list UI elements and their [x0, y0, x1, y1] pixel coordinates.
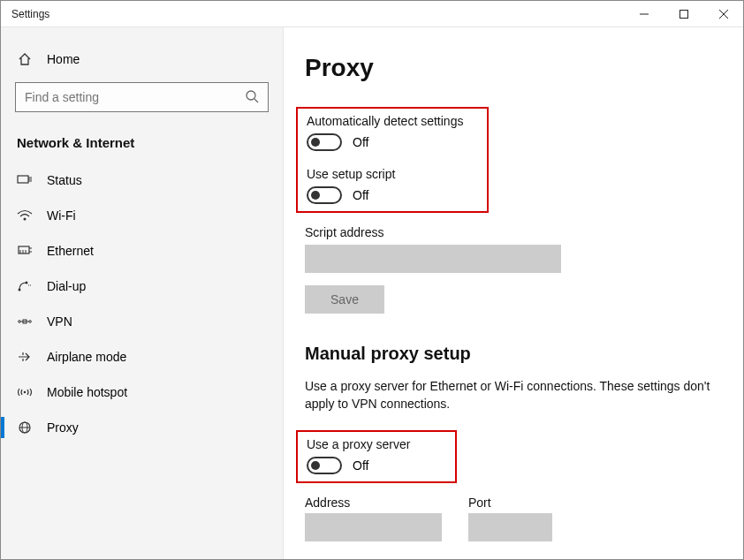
sidebar-item-hotspot[interactable]: Mobile hotspot — [1, 375, 283, 410]
sidebar: Home Network & Internet Status Wi-Fi E — [1, 27, 284, 559]
hotspot-icon — [17, 386, 33, 398]
sidebar-item-wifi[interactable]: Wi-Fi — [1, 198, 283, 233]
proxy-icon — [17, 421, 33, 434]
address-label: Address — [305, 496, 442, 510]
maximize-button[interactable] — [664, 1, 703, 26]
sidebar-item-proxy[interactable]: Proxy — [1, 410, 283, 445]
use-script-label: Use setup script — [307, 167, 478, 181]
vpn-icon — [17, 315, 33, 328]
search-input[interactable] — [25, 90, 245, 104]
svg-point-18 — [26, 282, 28, 284]
svg-point-20 — [19, 321, 21, 323]
script-address-label: Script address — [305, 225, 722, 239]
sidebar-item-home[interactable]: Home — [1, 45, 283, 73]
nav-label: Proxy — [47, 420, 79, 435]
nav-label: Mobile hotspot — [47, 385, 127, 399]
nav-label: VPN — [47, 314, 72, 329]
use-proxy-toggle[interactable] — [307, 457, 342, 474]
nav-label: Airplane mode — [47, 350, 126, 364]
svg-point-10 — [24, 218, 27, 221]
category-header: Network & Internet — [1, 128, 283, 163]
svg-rect-6 — [18, 176, 28, 183]
manual-heading: Manual proxy setup — [305, 344, 722, 364]
use-script-state: Off — [353, 188, 368, 202]
auto-detect-label: Automatically detect settings — [307, 114, 478, 128]
use-proxy-state: Off — [353, 458, 368, 473]
port-label: Port — [468, 496, 552, 510]
wifi-icon — [17, 209, 33, 222]
use-script-toggle[interactable] — [307, 186, 342, 204]
sidebar-item-status[interactable]: Status — [1, 163, 283, 198]
sidebar-item-airplane[interactable]: Airplane mode — [1, 339, 283, 375]
close-button[interactable] — [703, 1, 743, 26]
save-button[interactable]: Save — [305, 285, 384, 314]
nav-label: Status — [47, 173, 82, 187]
home-label: Home — [47, 52, 80, 66]
highlight-auto-section: Automatically detect settings Off Use se… — [296, 107, 489, 213]
port-input[interactable] — [468, 513, 552, 541]
sidebar-item-vpn[interactable]: VPN — [1, 304, 283, 339]
nav-label: Wi-Fi — [47, 208, 76, 223]
window-controls — [624, 1, 743, 26]
svg-point-4 — [247, 91, 255, 100]
search-icon — [245, 89, 259, 106]
home-icon — [17, 52, 33, 66]
svg-line-5 — [254, 99, 258, 102]
search-box[interactable] — [15, 82, 269, 112]
main-panel: Proxy Automatically detect settings Off … — [284, 27, 743, 559]
svg-point-24 — [24, 391, 27, 394]
sidebar-item-ethernet[interactable]: Ethernet — [1, 233, 283, 269]
svg-point-17 — [19, 289, 21, 291]
minimize-button[interactable] — [624, 1, 664, 26]
manual-description: Use a proxy server for Ethernet or Wi-Fi… — [305, 378, 722, 412]
window-title: Settings — [1, 8, 49, 20]
titlebar: Settings — [1, 1, 743, 27]
status-icon — [17, 174, 33, 186]
auto-detect-toggle[interactable] — [307, 133, 342, 151]
svg-rect-1 — [679, 10, 687, 18]
auto-detect-state: Off — [353, 135, 368, 149]
nav-label: Dial-up — [47, 279, 86, 293]
use-proxy-label: Use a proxy server — [307, 437, 446, 451]
airplane-icon — [17, 351, 33, 363]
dialup-icon — [17, 280, 33, 292]
page-title: Proxy — [305, 54, 722, 82]
svg-point-21 — [29, 321, 32, 323]
script-address-input[interactable] — [305, 245, 561, 273]
address-input[interactable] — [305, 513, 442, 541]
nav-label: Ethernet — [47, 244, 94, 258]
sidebar-item-dialup[interactable]: Dial-up — [1, 269, 283, 304]
ethernet-icon — [17, 245, 33, 257]
highlight-proxy-section: Use a proxy server Off — [296, 430, 457, 483]
